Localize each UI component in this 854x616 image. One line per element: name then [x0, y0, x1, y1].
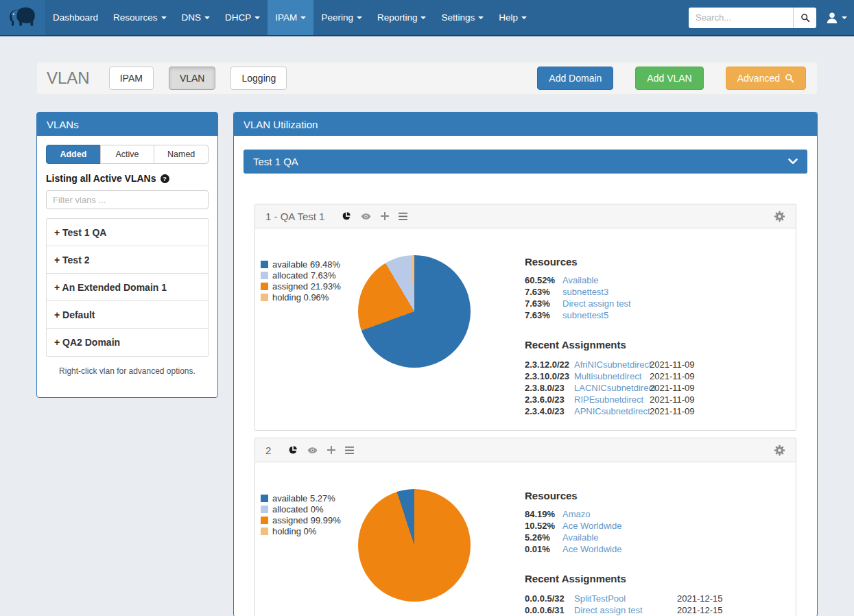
advanced-button[interactable]: Advanced	[726, 67, 806, 90]
resource-row: 7.63%subnettest3	[525, 286, 789, 298]
resource-row: 84.19%Amazo	[525, 508, 789, 520]
nav-item-ipam[interactable]: IPAM	[268, 0, 313, 35]
caret-down-icon	[300, 16, 306, 19]
assignment-date: 2021-11-09	[650, 394, 789, 405]
assignment-link[interactable]: APNICsubnetdirect	[574, 405, 650, 417]
add-vlan-button[interactable]: Add VLAN	[635, 67, 703, 90]
caret-down-icon	[357, 16, 362, 19]
assignment-link[interactable]: Direct assign test	[574, 604, 677, 616]
utilization-pie-chart	[358, 255, 471, 368]
vlans-panel-title: VLANs	[37, 112, 217, 136]
vlan-list-item[interactable]: + Test 1 QA	[47, 219, 208, 246]
gear-icon[interactable]	[774, 211, 785, 222]
vlan-list-item[interactable]: + Default	[47, 301, 208, 329]
tab-active[interactable]: Active	[100, 145, 155, 164]
resource-percent: 5.26%	[525, 532, 562, 543]
nav-item-help[interactable]: Help	[491, 0, 534, 35]
assignment-cidr: 0.0.0.5/32	[525, 593, 574, 604]
global-search	[689, 8, 816, 28]
resource-link[interactable]: Amazo	[562, 508, 789, 520]
vlan-list-item[interactable]: + An Extended Domain 1	[47, 274, 208, 301]
caret-down-icon	[254, 16, 260, 19]
vlan-utilization-panel: VLAN Utilization Test 1 QA 1 - QA Test 1	[233, 112, 818, 616]
resource-link[interactable]: subnettest3	[562, 286, 789, 298]
menu-icon[interactable]	[345, 447, 354, 454]
search-icon	[785, 73, 794, 83]
vlan-list-item[interactable]: + QA2 Domain	[47, 329, 208, 356]
vlan-group-header[interactable]: Test 1 QA	[244, 150, 807, 174]
resource-link[interactable]: Available	[562, 532, 789, 543]
tab-ipam[interactable]: IPAM	[109, 67, 154, 90]
menu-icon[interactable]	[399, 213, 407, 220]
assignment-link[interactable]: AfriNICsubnetdirect	[574, 359, 650, 370]
main-menu: Dashboard Resources DNS DHCP IPAM Peerin…	[45, 0, 534, 35]
legend-swatch	[261, 261, 268, 268]
assignment-cidr: 0.0.0.6/31	[525, 604, 574, 616]
assignment-date: 2021-11-09	[650, 370, 789, 382]
resource-percent: 7.63%	[525, 309, 562, 321]
resource-link[interactable]: Available	[562, 274, 789, 286]
resource-link[interactable]: Ace Worldwide	[562, 520, 789, 532]
resource-row: 5.26%Available	[525, 532, 789, 543]
nav-item-resources[interactable]: Resources	[106, 0, 174, 35]
legend-swatch	[261, 517, 268, 524]
gear-icon[interactable]	[774, 445, 785, 456]
eye-icon[interactable]	[307, 447, 318, 454]
pie-chart-icon[interactable]	[288, 445, 298, 455]
nav-label: Help	[499, 12, 518, 23]
assignment-row: 2.3.6.0/23RIPEsubnetdirect2021-11-09	[525, 394, 789, 405]
plus-icon[interactable]	[381, 212, 389, 220]
assignment-link[interactable]: Multisubnetdirect	[574, 370, 650, 382]
question-help-icon[interactable]: ?	[161, 174, 169, 183]
legend-item: available 69.48%	[261, 259, 341, 270]
legend-item: available 5.27%	[261, 493, 341, 504]
legend-item: allocated 0%	[261, 504, 341, 514]
plus-icon[interactable]	[327, 446, 335, 454]
resource-row: 7.63%subnettest5	[525, 309, 789, 321]
vlan-filter-input[interactable]	[46, 190, 209, 209]
search-button[interactable]	[793, 8, 816, 28]
recent-assignments-heading: Recent Assignments	[525, 573, 789, 584]
nav-item-settings[interactable]: Settings	[434, 0, 491, 35]
legend-label: assigned 99.99%	[272, 515, 341, 525]
legend-label: available 69.48%	[272, 259, 340, 270]
nav-item-dashboard[interactable]: Dashboard	[45, 0, 106, 35]
assignment-cidr: 2.3.8.0/23	[525, 382, 574, 394]
add-domain-button[interactable]: Add Domain	[537, 67, 613, 90]
vlan-list: + Test 1 QA + Test 2 + An Extended Domai…	[46, 218, 209, 357]
assignment-row: 2.3.4.0/23APNICsubnetdirect2021-11-09	[525, 405, 789, 417]
nav-item-dhcp[interactable]: DHCP	[217, 0, 268, 35]
assignment-cidr: 2.3.6.0/23	[525, 394, 574, 405]
nav-label: DNS	[182, 12, 202, 23]
assignment-link[interactable]: SplitTestPool	[574, 593, 677, 604]
vlan-group-label: Test 1 QA	[253, 156, 298, 167]
user-menu[interactable]	[826, 12, 847, 24]
chevron-down-icon	[788, 158, 798, 165]
assignment-link[interactable]: RIPEsubnetdirect	[574, 394, 650, 405]
tab-named[interactable]: Named	[154, 145, 209, 164]
resource-link[interactable]: Direct assign test	[562, 298, 789, 309]
vlan-list-item[interactable]: + Test 2	[47, 246, 208, 274]
nav-item-reporting[interactable]: Reporting	[370, 0, 434, 35]
page-header: VLAN IPAM VLAN Logging Add Domain Add VL…	[36, 62, 818, 95]
assignment-date: 2021-11-09	[650, 405, 789, 417]
pie-chart-icon[interactable]	[342, 211, 351, 221]
tab-added[interactable]: Added	[46, 145, 101, 164]
app-logo[interactable]	[0, 0, 45, 35]
nav-label: DHCP	[225, 12, 251, 23]
caret-down-icon	[204, 16, 210, 19]
eye-icon[interactable]	[361, 213, 371, 220]
nav-item-peering[interactable]: Peering	[313, 0, 370, 35]
resource-link[interactable]: Ace Worldwide	[562, 543, 789, 555]
resource-row: 7.63%Direct assign test	[525, 298, 789, 309]
assignment-row: 2.3.10.0/23Multisubnetdirect2021-11-09	[525, 370, 789, 382]
search-input[interactable]	[689, 8, 793, 28]
resource-link[interactable]: subnettest5	[562, 309, 789, 321]
tab-logging[interactable]: Logging	[230, 67, 287, 90]
legend-label: allocated 0%	[272, 504, 323, 514]
assignment-link[interactable]: LACNICsubnetdirect	[574, 382, 650, 394]
nav-item-dns[interactable]: DNS	[174, 0, 218, 35]
tab-vlan[interactable]: VLAN	[169, 67, 216, 90]
resource-percent: 84.19%	[525, 508, 562, 520]
legend-swatch	[261, 294, 268, 301]
